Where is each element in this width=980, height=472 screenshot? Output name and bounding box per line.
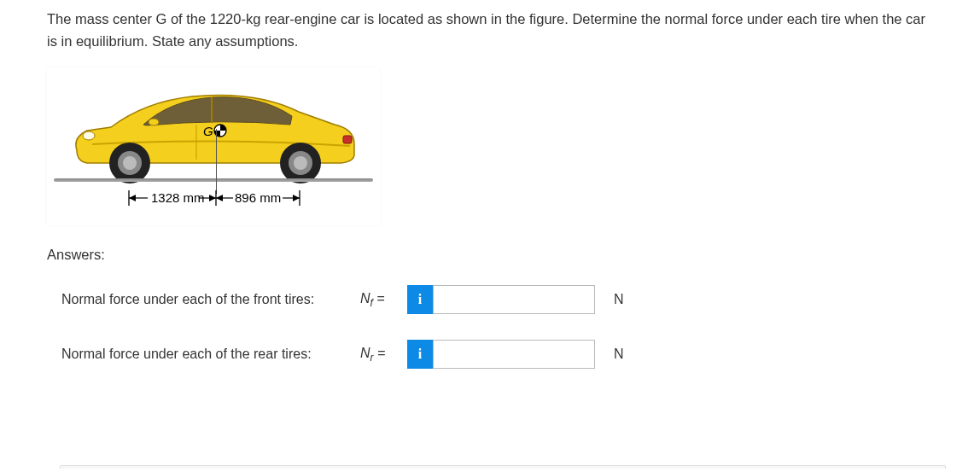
dim-front-text: 1328 mm	[151, 190, 205, 205]
info-icon[interactable]: i	[407, 285, 433, 314]
answer-symbol-front: Nf =	[360, 291, 407, 309]
rear-tire-input[interactable]	[433, 340, 595, 369]
bottom-divider	[60, 465, 946, 469]
svg-marker-18	[209, 195, 216, 201]
info-icon[interactable]: i	[407, 340, 433, 369]
g-pointer-line	[216, 129, 217, 194]
svg-point-7	[123, 156, 137, 170]
ground-line	[54, 178, 373, 182]
answers-heading: Answers:	[47, 247, 980, 263]
svg-rect-4	[343, 136, 352, 143]
answer-label-rear: Normal force under each of the rear tire…	[61, 347, 360, 362]
svg-marker-16	[129, 195, 136, 201]
svg-point-2	[149, 119, 159, 125]
answer-row-rear: Normal force under each of the rear tire…	[61, 340, 980, 369]
svg-point-10	[294, 156, 307, 170]
unit-front: N	[614, 292, 624, 307]
car-image: G	[68, 78, 359, 189]
dim-rear-text: 896 mm	[235, 190, 281, 205]
unit-rear: N	[614, 347, 624, 362]
svg-marker-22	[293, 195, 300, 201]
problem-figure: G 1328 mm 896 mm	[47, 67, 380, 225]
g-label: G	[203, 124, 213, 138]
front-tire-input[interactable]	[433, 285, 595, 314]
dimension-arrows: 1328 mm 896 mm	[124, 187, 337, 211]
answer-label-front: Normal force under each of the front tir…	[61, 292, 360, 307]
answer-row-front: Normal force under each of the front tir…	[61, 285, 980, 314]
svg-marker-20	[216, 195, 223, 201]
answers-block: Normal force under each of the front tir…	[61, 285, 980, 369]
answer-symbol-rear: Nr =	[360, 346, 407, 364]
question-text: The mass center G of the 1220-kg rear-en…	[0, 0, 980, 67]
svg-point-3	[83, 131, 95, 140]
